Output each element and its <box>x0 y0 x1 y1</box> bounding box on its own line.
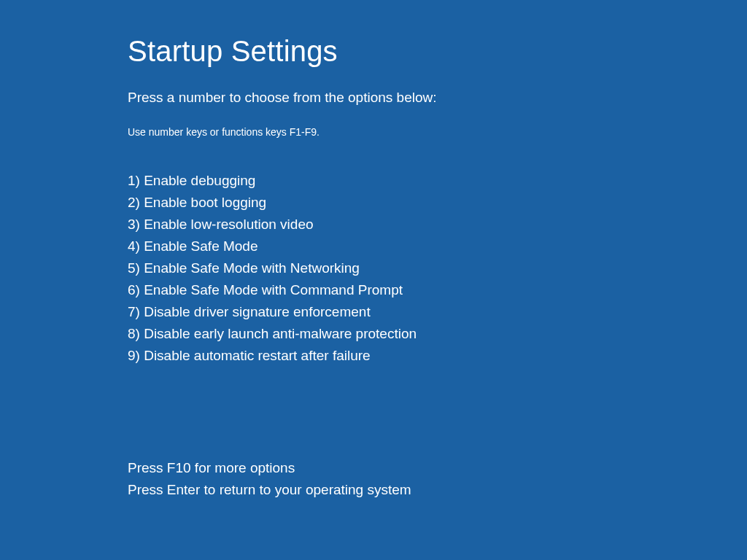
page-title: Startup Settings <box>128 35 747 68</box>
option-disable-automatic-restart[interactable]: 9) Disable automatic restart after failu… <box>128 345 747 367</box>
option-disable-early-launch-anti-malware[interactable]: 8) Disable early launch anti-malware pro… <box>128 323 747 345</box>
option-enable-debugging[interactable]: 1) Enable debugging <box>128 170 747 192</box>
return-hint: Press Enter to return to your operating … <box>128 479 747 501</box>
option-enable-low-resolution-video[interactable]: 3) Enable low-resolution video <box>128 214 747 236</box>
hint-text: Use number keys or functions keys F1-F9. <box>128 126 747 138</box>
options-list: 1) Enable debugging 2) Enable boot loggi… <box>128 170 747 367</box>
option-disable-driver-signature-enforcement[interactable]: 7) Disable driver signature enforcement <box>128 301 747 323</box>
option-enable-safe-mode-networking[interactable]: 5) Enable Safe Mode with Networking <box>128 257 747 279</box>
option-enable-boot-logging[interactable]: 2) Enable boot logging <box>128 192 747 214</box>
option-enable-safe-mode-command-prompt[interactable]: 6) Enable Safe Mode with Command Prompt <box>128 279 747 301</box>
instruction-text: Press a number to choose from the option… <box>128 90 747 106</box>
footer-instructions: Press F10 for more options Press Enter t… <box>128 457 747 501</box>
option-enable-safe-mode[interactable]: 4) Enable Safe Mode <box>128 236 747 257</box>
startup-settings-screen: Startup Settings Press a number to choos… <box>0 0 747 501</box>
more-options-hint: Press F10 for more options <box>128 457 747 479</box>
